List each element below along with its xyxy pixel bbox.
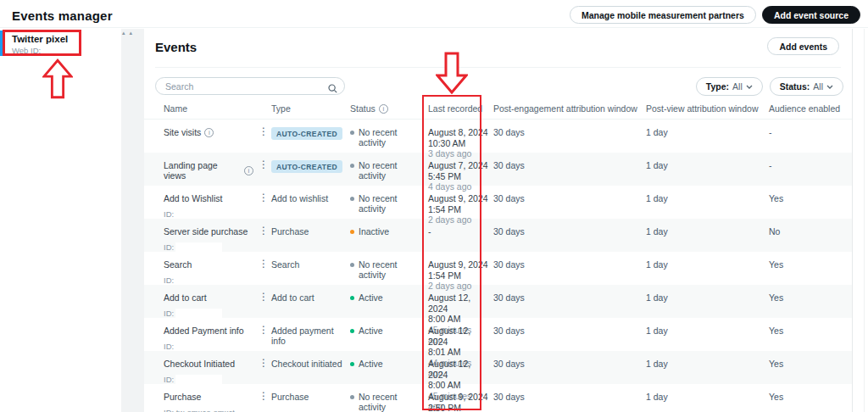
event-name: Search (164, 259, 192, 270)
status-filter-label: Status: (780, 81, 810, 92)
cell-post-engagement: 30 days (493, 384, 646, 402)
cell-last-recorded: August 9, 2024 2:50 PM 2 days ago (428, 384, 493, 412)
events-table: Name Type Statusi Last recorded Post-eng… (144, 98, 852, 412)
info-icon[interactable]: i (244, 166, 253, 175)
kebab-menu-icon[interactable]: ⋮ (259, 153, 271, 170)
add-event-source-button[interactable]: Add event source (762, 6, 860, 24)
id-redaction-box (175, 309, 222, 318)
kebab-menu-icon[interactable]: ⋮ (259, 384, 271, 402)
cell-audience: Yes (769, 186, 852, 203)
table-row[interactable]: Added Payment info ID: ⋮ Added payment i… (144, 318, 852, 351)
status-text: Active (359, 359, 383, 369)
search-icon (328, 81, 337, 97)
cell-type: Search (271, 252, 350, 270)
col-header-post-view[interactable]: Post-view attribution window (646, 103, 769, 114)
kebab-menu-icon[interactable]: ⋮ (259, 351, 271, 369)
caret-up-icon[interactable]: ▴ (122, 30, 125, 36)
cell-name: Landing page views i (164, 153, 259, 181)
cell-name: Site visits i (164, 120, 259, 137)
kebab-menu-icon[interactable]: ⋮ (259, 186, 271, 203)
sidebar-item-twitter-pixel[interactable]: Twitter pixel Web ID: (0, 29, 121, 60)
id-redaction-box (175, 242, 222, 252)
table-row[interactable]: Add to Wishlist ID: ⋮ Add to wishlist No… (144, 186, 852, 219)
info-icon[interactable]: i (379, 104, 388, 114)
status-text: Inactive (359, 226, 389, 237)
kebab-menu-icon[interactable]: ⋮ (259, 219, 271, 237)
event-id: ID: (164, 276, 253, 285)
kebab-menu-icon[interactable]: ⋮ (259, 318, 271, 336)
table-row[interactable]: Landing page views i ⋮ AUTO-CREATED No r… (144, 153, 852, 186)
kebab-menu-icon[interactable]: ⋮ (259, 285, 271, 303)
col-header-post-engagement[interactable]: Post-engagement attribution window (493, 103, 646, 114)
table-row[interactable]: Search ID: ⋮ Search No recent activity A… (144, 252, 852, 285)
cell-post-view: 1 day (646, 186, 769, 203)
divider (155, 67, 841, 68)
event-type-badge: AUTO-CREATED (271, 127, 342, 140)
search-input[interactable] (155, 77, 345, 95)
cell-type: AUTO-CREATED (271, 120, 350, 140)
cell-post-engagement: 30 days (493, 120, 646, 137)
last-recorded-date: - (428, 226, 488, 237)
cell-audience: - (769, 153, 852, 170)
cell-name: Checkout Initiated ID: (164, 351, 259, 384)
last-recorded-date: August 8, 2024 (428, 127, 488, 138)
table-row[interactable]: Server side purchase ID: ⋮ Purchase Inac… (144, 219, 852, 252)
event-type-text: Add to cart (271, 292, 314, 303)
event-type-text: Checkout initiated (271, 359, 342, 369)
last-recorded-date: August 9, 2024 (428, 392, 488, 403)
status-filter-dropdown[interactable]: Status: All (770, 77, 843, 96)
table-row[interactable]: Purchase ID: tw-omxco-omxct ⋮ Purchase N… (144, 384, 852, 412)
chevron-down-icon (826, 85, 833, 89)
status-text: No recent activity (359, 259, 423, 280)
event-name: Added Payment info (164, 326, 244, 336)
event-type-text: Purchase (271, 392, 309, 402)
events-heading: Events (155, 40, 197, 54)
status-dot (350, 197, 354, 201)
table-row[interactable]: Site visits i ⋮ AUTO-CREATED No recent a… (144, 120, 852, 153)
table-row[interactable]: Add to cart ID: ⋮ Add to cart Active Aug… (144, 285, 852, 318)
event-type-text: Purchase (271, 226, 309, 237)
last-recorded-date: August 9, 2024 (428, 193, 488, 204)
sidebar-gutter: ▴ ▴ (121, 29, 144, 412)
kebab-menu-icon[interactable]: ⋮ (259, 252, 271, 270)
status-text: No recent activity (359, 127, 423, 148)
last-recorded-time: 5:45 PM (428, 171, 488, 182)
cell-type: Purchase (271, 384, 350, 402)
event-id: ID: (164, 342, 253, 351)
col-header-type[interactable]: Type (271, 103, 350, 114)
type-filter-dropdown[interactable]: Type: All (696, 77, 763, 96)
cell-status: No recent activity (350, 153, 428, 181)
pixel-name: Twitter pixel (12, 34, 121, 44)
cell-name: Added Payment info ID: (164, 318, 259, 351)
manage-partners-button[interactable]: Manage mobile measurement partners (570, 6, 756, 24)
col-header-audience[interactable]: Audience enabled (769, 103, 852, 114)
cell-status: Active (350, 351, 428, 369)
event-name: Purchase (164, 392, 201, 402)
col-header-status[interactable]: Statusi (350, 103, 428, 114)
last-recorded-time: 10:30 AM (428, 138, 488, 149)
cell-post-view: 1 day (646, 120, 769, 137)
cell-status: Inactive (350, 219, 428, 237)
type-filter-value: All (732, 81, 743, 92)
last-recorded-time: 2:50 PM (428, 403, 488, 412)
info-icon[interactable]: i (204, 128, 214, 137)
cell-audience: - (769, 120, 852, 137)
kebab-menu-icon[interactable]: ⋮ (259, 120, 271, 137)
cell-name: Search ID: (164, 252, 259, 285)
pixel-web-id: Web ID: (12, 46, 121, 55)
cell-type: Add to wishlist (271, 186, 350, 203)
col-header-name[interactable]: Name (164, 103, 259, 114)
cell-post-engagement: 30 days (493, 285, 646, 303)
status-dot (350, 329, 354, 333)
table-row[interactable]: Checkout Initiated ID: ⋮ Checkout initia… (144, 351, 852, 384)
cell-post-engagement: 30 days (493, 318, 646, 336)
status-text: No recent activity (359, 160, 423, 181)
event-id: ID: (164, 375, 253, 384)
event-name: Site visits (164, 127, 201, 137)
scrollbar-rail[interactable] (852, 29, 868, 412)
add-events-button[interactable]: Add events (767, 37, 839, 55)
topbar: Events manager Manage mobile measurement… (0, 0, 868, 28)
col-header-last-recorded[interactable]: Last recorded (428, 103, 493, 114)
caret-up-icon[interactable]: ▴ (130, 30, 133, 36)
gutter-carets: ▴ ▴ (122, 30, 132, 36)
